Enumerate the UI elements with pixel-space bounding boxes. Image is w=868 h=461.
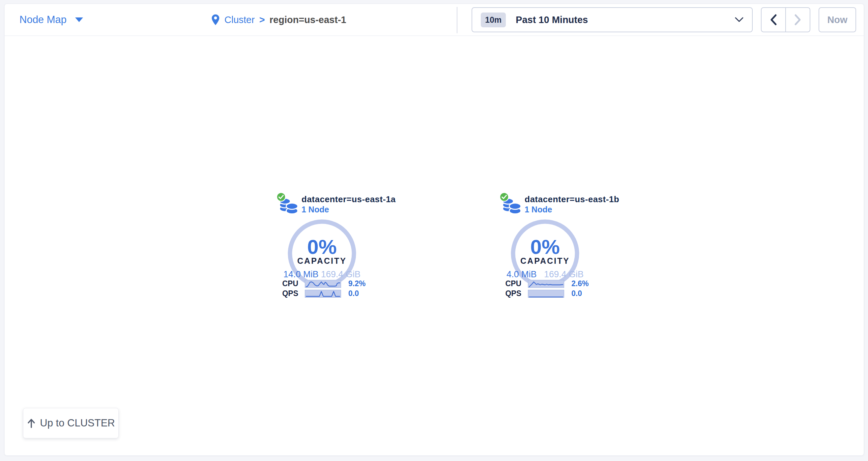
time-next-button[interactable] [785,8,810,32]
header-bar: Node Map Cluster > region=us-east-1 10m … [5,4,864,36]
capacity-total: 169.4 GiB [321,269,361,279]
up-to-cluster-label: Up to CLUSTER [40,417,115,429]
capacity-percent: 0% [273,235,371,259]
capacity-values: 4.0 MiB 169.4 GiB [496,269,594,279]
cpu-value: 2.6% [571,279,589,288]
qps-value: 0.0 [571,289,582,298]
check-circle-icon [499,192,509,202]
cpu-value: 9.2% [348,279,366,288]
now-button-label: Now [827,14,847,25]
qps-value: 0.0 [348,289,359,298]
breadcrumb-current: region=us-east-1 [270,14,346,25]
header-divider [457,7,457,33]
breadcrumb-separator: > [259,14,265,25]
capacity-used: 14.0 MiB [283,269,319,279]
capacity-used: 4.0 MiB [506,269,537,279]
cpu-metric-row: CPU 9.2% [275,279,373,288]
now-button[interactable]: Now [818,7,856,32]
view-selector-label[interactable]: Node Map [20,14,67,26]
qps-label: QPS [498,289,521,298]
datacenter-icon-group [496,191,525,217]
time-window-badge: 10m [481,12,506,27]
node-map-page: Node Map Cluster > region=us-east-1 10m … [0,0,868,461]
qps-sparkline [305,290,341,298]
chevron-right-icon [794,13,802,26]
cpu-sparkline [305,280,341,288]
datacenter-icon-group [273,191,302,217]
time-window-dropdown[interactable]: 10m Past 10 Minutes [471,7,753,32]
caret-down-icon[interactable] [75,18,83,22]
qps-sparkline [528,290,564,298]
datacenter-node-count: 1 Node [525,205,552,215]
capacity-label: CAPACITY [273,256,371,266]
capacity-total: 169.4 GiB [544,269,584,279]
capacity-label: CAPACITY [496,256,594,266]
view-selector-dropdown[interactable]: Node Map [20,4,83,36]
datacenter-card-us-east-1a[interactable]: datacenter=us-east-1a 1 Node 0% CAPACITY… [273,191,371,303]
time-window-label: Past 10 Minutes [516,14,588,25]
breadcrumb: Cluster > region=us-east-1 [211,4,346,36]
arrow-up-icon [27,418,36,428]
time-prev-button[interactable] [762,8,785,32]
location-pin-icon [211,14,220,26]
datacenter-card-us-east-1b[interactable]: datacenter=us-east-1b 1 Node 0% CAPACITY… [496,191,594,303]
breadcrumb-cluster-link[interactable]: Cluster [224,14,255,25]
chevron-left-icon [769,13,778,26]
cpu-metric-row: CPU 2.6% [498,279,596,288]
cpu-sparkline [528,280,564,288]
capacity-percent: 0% [496,235,594,259]
chevron-down-icon [735,17,743,22]
capacity-values: 14.0 MiB 169.4 GiB [273,269,371,279]
check-circle-icon [276,192,286,202]
datacenter-title: datacenter=us-east-1b [525,194,619,204]
qps-label: QPS [275,289,298,298]
up-to-cluster-button[interactable]: Up to CLUSTER [23,408,119,438]
cpu-label: CPU [275,279,298,288]
qps-metric-row: QPS 0.0 [498,289,596,298]
main-panel: Node Map Cluster > region=us-east-1 10m … [4,4,864,456]
datacenter-title: datacenter=us-east-1a [302,194,396,204]
datacenter-node-count: 1 Node [302,205,329,215]
cpu-label: CPU [498,279,521,288]
qps-metric-row: QPS 0.0 [275,289,373,298]
time-nav-buttons [761,7,810,32]
